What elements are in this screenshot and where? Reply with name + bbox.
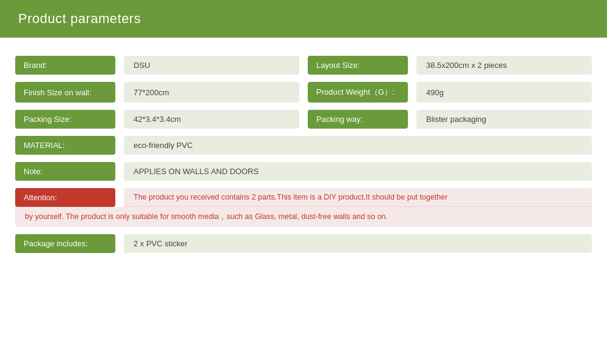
brand-label: Brand: — [15, 56, 115, 75]
pair-packing-size: Packing Size: 42*3.4*3.4cm — [15, 110, 299, 129]
pair-weight: Product Weight（G）: 490g — [308, 82, 592, 103]
row-package: Package includes: 2 x PVC sticker — [15, 234, 592, 253]
parameters-content: Brand: DSU Layout Size: 38.5x200cm x 2 p… — [0, 38, 607, 265]
row-attention: Attention: The product you received cont… — [15, 188, 592, 227]
note-label: Note: — [15, 162, 115, 181]
attention-value-bottom: by yourself. The product is only suitabl… — [15, 207, 592, 227]
package-value: 2 x PVC sticker — [124, 234, 592, 253]
pair-finish: Finish Size on wall: 77*200cm — [15, 82, 299, 103]
package-label: Package includes: — [15, 234, 115, 253]
finish-size-label: Finish Size on wall: — [15, 82, 115, 103]
attention-label: Attention: — [15, 188, 115, 207]
packing-way-value: Blister packaging — [416, 110, 592, 129]
page-header: Product parameters — [0, 0, 607, 38]
attention-value-top: The product you received contains 2 part… — [124, 188, 592, 207]
packing-way-label: Packing way: — [308, 110, 408, 129]
pair-layout: Layout Size: 38.5x200cm x 2 pieces — [308, 56, 592, 75]
packing-size-label: Packing Size: — [15, 110, 115, 129]
row-material: MATERIAL: eco-friendly PVC — [15, 136, 592, 155]
material-value: eco-friendly PVC — [124, 136, 592, 155]
product-weight-value: 490g — [416, 82, 592, 103]
material-label: MATERIAL: — [15, 136, 115, 155]
layout-size-label: Layout Size: — [308, 56, 408, 75]
product-weight-label: Product Weight（G）: — [308, 82, 408, 103]
row-packing: Packing Size: 42*3.4*3.4cm Packing way: … — [15, 110, 592, 129]
packing-size-value: 42*3.4*3.4cm — [124, 110, 299, 129]
attention-top-row: Attention: The product you received cont… — [15, 188, 592, 207]
layout-size-value: 38.5x200cm x 2 pieces — [416, 56, 592, 75]
finish-size-value: 77*200cm — [124, 82, 299, 103]
row-note: Note: APPLIES ON WALLS AND DOORS — [15, 162, 592, 181]
pair-brand: Brand: DSU — [15, 56, 299, 75]
note-value: APPLIES ON WALLS AND DOORS — [124, 162, 592, 181]
row-brand-layout: Brand: DSU Layout Size: 38.5x200cm x 2 p… — [15, 56, 592, 75]
pair-packing-way: Packing way: Blister packaging — [308, 110, 592, 129]
brand-value: DSU — [124, 56, 299, 75]
page-title: Product parameters — [18, 11, 141, 26]
row-finish-weight: Finish Size on wall: 77*200cm Product We… — [15, 82, 592, 103]
